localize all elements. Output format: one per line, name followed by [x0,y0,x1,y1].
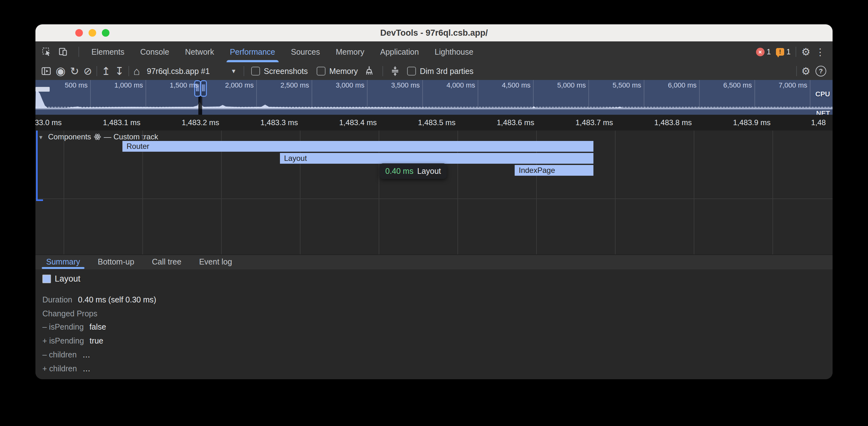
tab-application[interactable]: Application [372,41,427,62]
track-title-prefix: Components [48,132,91,141]
overview-tick-label: 4,000 ms [412,81,475,90]
detail-time-ruler[interactable]: 33.0 ms1,483.1 ms1,483.2 ms1,483.3 ms1,4… [35,115,833,131]
details-tab-event-log[interactable]: Event log [199,255,232,269]
settings-gear-icon[interactable]: ⚙ [801,46,810,58]
memory-checkbox[interactable]: Memory [317,67,358,76]
home-icon[interactable]: ⌂ [133,65,140,77]
selected-tab-underline [226,60,279,62]
tab-elements[interactable]: Elements [84,41,132,62]
upload-profile-icon[interactable]: ↥ [101,65,111,77]
reload-and-record-icon[interactable]: ↻ [70,65,79,77]
duration-label: Duration [42,295,72,304]
download-profile-icon[interactable]: ↧ [115,65,124,77]
tab-sources[interactable]: Sources [283,41,328,62]
ruler-tick-label: 1,483.4 ms [313,118,377,127]
overview-tick-label: 1,000 ms [80,81,143,90]
tab-memory[interactable]: Memory [328,41,372,62]
overview-tick-label: 2,500 ms [246,81,309,90]
capture-settings-gear-icon[interactable]: ⚙ [801,65,810,77]
prop-row: + isPendingtrue [42,336,103,346]
duration-row: Duration 0.40 ms (self 0.30 ms) [42,295,156,305]
track-bottom-line [35,198,833,199]
more-options-icon[interactable]: ⋮ [815,46,825,58]
overview-tick-label: 3,000 ms [302,81,364,90]
track-collapse-caret-icon[interactable]: ▾ [39,133,42,141]
checkbox-icon [251,67,260,75]
summary-title-row: Layout [42,274,80,284]
screenshots-checkbox[interactable]: Screenshots [251,67,308,76]
checkbox-icon [317,67,326,75]
tab-network[interactable]: Network [177,41,222,62]
flame-bar-indexpage[interactable]: IndexPage [515,165,593,176]
timeline-overview[interactable]: CPU NET 500 ms1,000 ms1,500 ms2,000 ms2,… [35,80,833,115]
flame-gridline [694,131,694,254]
duration-value: 0.40 ms (self 0.30 ms) [78,295,156,304]
toolbar-divider2 [128,66,129,76]
prop-value: false [90,322,106,331]
details-tab-bar: SummaryBottom-upCall treeEvent log [35,254,833,269]
overview-tick-label: 500 ms [35,81,88,90]
ruler-tick-label: 1,483.2 ms [156,118,219,127]
overview-tick-label: 3,500 ms [357,81,420,90]
flame-chart[interactable]: ▾ Components — Custom track RouterLayout… [35,131,833,254]
target-selector[interactable]: 97r6ql.csb.app #1 ▾ [147,67,235,76]
flame-bar-layout[interactable]: Layout [280,153,593,164]
changed-props-row: Changed Props [42,308,97,319]
ruler-tick-label: 1,483.1 ms [77,118,141,127]
tooltip-label: Layout [417,167,441,175]
ruler-tick-label: 1,483.6 ms [471,118,534,127]
react-atom-icon [94,133,101,141]
prop-row: + children… [42,363,90,373]
devtools-window: DevTools - 97r6ql.csb.app/ ElementsConso… [35,24,833,379]
chevron-down-icon: ▾ [232,67,235,75]
prop-name: – isPending [42,322,84,331]
tab-performance[interactable]: Performance [222,41,283,62]
prop-row: – isPendingfalse [42,322,106,332]
dim-3rd-parties-checkbox[interactable]: Dim 3rd parties [407,67,473,76]
overview-tick-label: 1,500 ms [136,81,198,90]
track-header[interactable]: Components — Custom track [48,132,158,141]
flame-gridline [64,131,64,254]
ruler-tick-label: 1,48 [811,118,826,127]
toggle-sidebar-icon[interactable] [41,66,51,76]
prop-name: – children [42,350,76,359]
toolbar-divider5 [796,66,797,76]
device-toolbar-icon[interactable] [58,47,68,57]
ruler-tick-label: 1,483.3 ms [235,118,298,127]
cpu-label: CPU [815,90,830,98]
collapse-metrics-icon[interactable] [390,66,400,76]
gc-brush-icon[interactable] [364,66,375,76]
overview-tick-label: 2,000 ms [191,81,254,90]
selected-track-bracket [36,199,43,201]
selected-track-bracket [36,131,38,201]
ruler-tick-label: 1,483.9 ms [707,118,771,127]
overview-tick-label: 6,000 ms [634,81,696,90]
summary-title: Layout [55,274,80,284]
tab-lighthouse[interactable]: Lighthouse [427,41,481,62]
toolbar-divider [96,66,97,76]
details-tab-bottom-up[interactable]: Bottom-up [98,255,134,269]
window-title: DevTools - 97r6ql.csb.app/ [35,24,833,41]
details-tab-summary[interactable]: Summary [46,255,80,269]
performance-toolbar: ◉ ↻ ⊘ ↥ ↧ ⌂ 97r6ql.csb.app #1 ▾ Screensh… [35,62,833,80]
overview-gridline [810,80,810,109]
record-icon[interactable]: ◉ [56,64,65,78]
ruler-tick-label: 1,483.5 ms [392,118,456,127]
prop-value: true [90,336,103,346]
panel-tabs: ElementsConsoleNetworkPerformanceSources… [84,41,481,62]
flame-gridline [772,131,773,254]
prop-value: … [82,350,90,359]
title-bar: DevTools - 97r6ql.csb.app/ [35,24,833,42]
help-icon[interactable]: ? [815,66,826,76]
flame-bar-router[interactable]: Router [122,141,593,152]
issues-button[interactable]: ! 1 [776,47,790,56]
prop-name: + children [42,364,77,373]
ruler-tick-label: 1,483.8 ms [628,118,692,127]
prop-name: + isPending [42,336,84,346]
clear-icon[interactable]: ⊘ [84,65,92,77]
issues-count: 1 [786,47,790,56]
inspect-element-icon[interactable] [41,47,52,57]
details-tab-call-tree[interactable]: Call tree [152,255,181,269]
tab-console[interactable]: Console [132,41,177,62]
console-errors-button[interactable]: × 1 [756,47,771,56]
